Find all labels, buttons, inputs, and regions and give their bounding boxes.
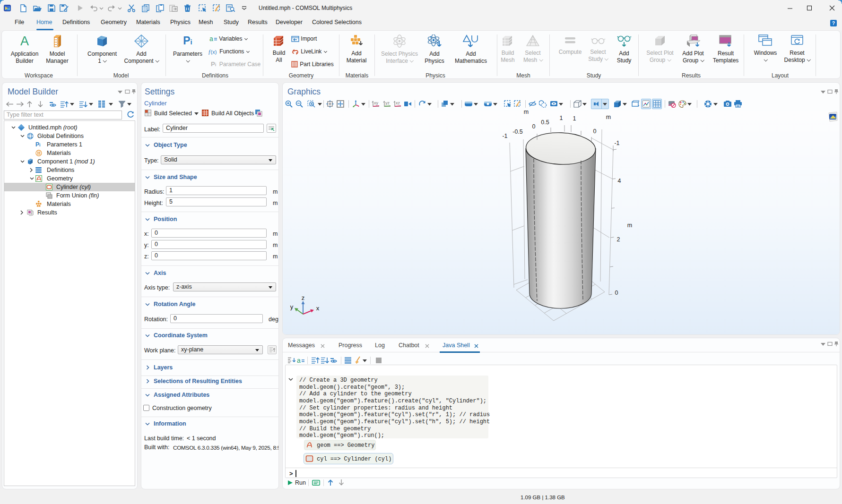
svg-text:y: y (290, 303, 294, 310)
svg-text:-1: -1 (502, 133, 507, 139)
svg-text:m: m (606, 114, 611, 120)
svg-text:a: a (297, 358, 301, 364)
svg-text:0: 0 (532, 123, 536, 130)
svg-text:m: m (627, 222, 632, 229)
svg-text:2: 2 (617, 236, 620, 243)
svg-text:m: m (524, 111, 529, 115)
svg-text:(x): (x) (211, 49, 217, 55)
svg-text:xy: xy (374, 101, 379, 105)
svg-text:a: a (209, 36, 213, 42)
svg-text:1: 1 (560, 115, 563, 121)
svg-text:x: x (316, 305, 320, 312)
svg-text:xz: xz (396, 101, 400, 105)
svg-text:yz: yz (385, 101, 390, 105)
svg-text:z: z (302, 294, 305, 301)
svg-text:1: 1 (573, 115, 576, 122)
svg-text:0: 0 (615, 290, 618, 296)
svg-text:4: 4 (618, 178, 621, 184)
svg-text:0: 0 (593, 128, 597, 135)
svg-text:-0.5: -0.5 (512, 128, 523, 135)
svg-text:-1: -1 (614, 140, 619, 146)
svg-text:0.5: 0.5 (541, 119, 549, 126)
